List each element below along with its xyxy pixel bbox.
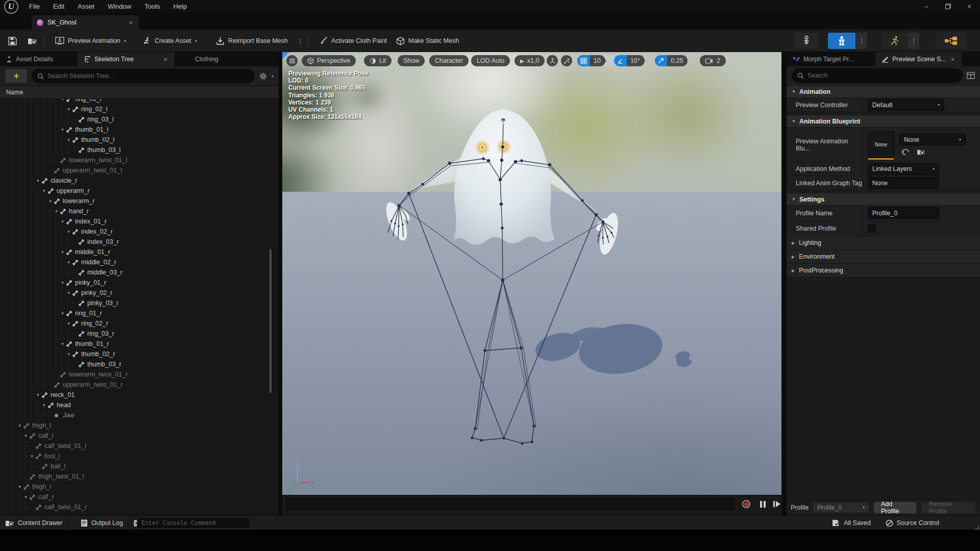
- profile-select-dropdown[interactable]: Profile_0 ▾: [813, 502, 869, 513]
- expander-icon[interactable]: ▼: [59, 219, 66, 224]
- tree-row-middle_02_r[interactable]: ▼middle_02_r: [0, 257, 279, 267]
- menu-item-edit[interactable]: Edit: [46, 1, 71, 12]
- chevron-down-icon[interactable]: ▾: [272, 74, 274, 79]
- camera-speed-button[interactable]: 2: [700, 55, 726, 66]
- mesh-mode-button[interactable]: [828, 33, 855, 49]
- application-method-dropdown[interactable]: Linked Layers ▾: [868, 163, 939, 175]
- anim-blueprint-dropdown[interactable]: None ▾: [899, 134, 966, 145]
- section-animation[interactable]: ▼ Animation: [787, 86, 980, 98]
- content-drawer-button[interactable]: Content Drawer: [0, 516, 68, 530]
- preview-viewport[interactable]: Z x y Perspective: [282, 52, 781, 515]
- menu-item-file[interactable]: File: [22, 1, 46, 12]
- tree-row-index_02_r[interactable]: ▼index_02_r: [0, 227, 279, 237]
- preview-animation-button[interactable]: Preview Animation ▾: [51, 33, 130, 48]
- expander-icon[interactable]: ▼: [65, 291, 72, 295]
- blueprint-mode-button[interactable]: [935, 33, 967, 49]
- reimport-options-button[interactable]: ⋮: [295, 33, 306, 48]
- animation-mode-options-button[interactable]: ⋮: [908, 33, 919, 49]
- tree-row-pinky_03_r[interactable]: pinky_03_r: [0, 298, 279, 308]
- tree-row-lowerarm_r[interactable]: ▼lowerarm_r: [0, 196, 279, 206]
- expander-icon[interactable]: ▼: [59, 250, 66, 255]
- tree-row-ball_l[interactable]: ball_l: [0, 461, 279, 471]
- expander-icon[interactable]: ▼: [41, 403, 47, 408]
- section-settings[interactable]: ▼ Settings: [787, 193, 980, 206]
- tree-row-ring_03_l[interactable]: ring_03_l: [0, 114, 279, 124]
- expander-icon[interactable]: ▼: [35, 179, 41, 183]
- expander-icon[interactable]: ▼: [16, 485, 23, 489]
- right-splitter[interactable]: [782, 52, 787, 515]
- tree-row-calf_twist_01_r[interactable]: calf_twist_01_r: [0, 502, 279, 512]
- expander-icon[interactable]: ▼: [29, 454, 35, 459]
- perspective-dropdown[interactable]: Perspective: [302, 55, 356, 66]
- tree-column-header[interactable]: Name: [0, 86, 279, 99]
- tree-row-lowerarm_twist_01_r[interactable]: lowerarm_twist_01_r: [0, 369, 279, 380]
- expander-icon[interactable]: ▼: [59, 311, 66, 316]
- left-splitter[interactable]: [279, 52, 282, 515]
- tab-asset-details[interactable]: Asset Details: [0, 52, 59, 66]
- viewport-menu-button[interactable]: [286, 55, 298, 66]
- menu-item-help[interactable]: Help: [166, 1, 193, 12]
- view-options-icon[interactable]: [967, 72, 975, 79]
- tree-row-Jaw[interactable]: Jaw: [0, 410, 279, 420]
- tree-row-thigh_twist_01_l[interactable]: thigh_twist_01_l: [0, 471, 279, 482]
- close-tab-icon[interactable]: ×: [950, 56, 956, 63]
- tree-row-thumb_03_l[interactable]: thumb_03_l: [0, 145, 279, 155]
- expander-icon[interactable]: ▼: [16, 423, 23, 428]
- tree-row-calf_l[interactable]: ▼calf_l: [0, 431, 279, 441]
- tree-row-foot_l[interactable]: ▼foot_l: [0, 451, 279, 461]
- profile-name-input[interactable]: [868, 207, 939, 219]
- section-postprocessing[interactable]: ▶ PostProcessing: [787, 264, 980, 278]
- character-dropdown[interactable]: Character: [429, 55, 469, 66]
- tree-row-ring_01_l[interactable]: ▼ring_01_l: [0, 99, 279, 104]
- show-dropdown[interactable]: Show: [398, 55, 425, 66]
- tree-row-middle_01_r[interactable]: ▼middle_01_r: [0, 247, 279, 257]
- animation-mode-button[interactable]: [882, 33, 908, 49]
- menu-item-tools[interactable]: Tools: [138, 1, 166, 12]
- preview-controller-dropdown[interactable]: Default ▾: [868, 99, 944, 111]
- coordinate-system-button[interactable]: [547, 55, 558, 66]
- tree-row-ring_03_r[interactable]: ring_03_r: [0, 329, 279, 339]
- lit-dropdown[interactable]: Lit: [364, 55, 391, 66]
- pause-button[interactable]: [757, 499, 768, 509]
- output-log-button[interactable]: Output Log: [76, 516, 129, 530]
- maximize-button[interactable]: [937, 0, 959, 12]
- close-tab-icon[interactable]: ×: [162, 56, 168, 63]
- mesh-mode-options-button[interactable]: ⋮: [856, 33, 867, 49]
- tree-row-ring_01_r[interactable]: ▼ring_01_r: [0, 308, 279, 318]
- tree-row-thumb_01_r[interactable]: ▼thumb_01_r: [0, 339, 279, 349]
- browse-to-asset-button[interactable]: [23, 33, 41, 48]
- linked-anim-graph-tag-input[interactable]: [868, 177, 939, 189]
- activate-cloth-paint-button[interactable]: Activate Cloth Paint: [315, 33, 391, 48]
- step-forward-button[interactable]: [771, 499, 781, 509]
- surface-snap-button[interactable]: [561, 55, 572, 66]
- expander-icon[interactable]: ▼: [59, 342, 66, 346]
- tree-row-ring_02_r[interactable]: ▼ring_02_r: [0, 318, 279, 329]
- tree-row-head[interactable]: ▼head: [0, 400, 279, 410]
- tree-row-hand_r[interactable]: ▼hand_r: [0, 206, 279, 216]
- tree-row-calf_r[interactable]: ▼calf_r: [0, 492, 279, 502]
- skeleton-search-input[interactable]: [47, 72, 249, 80]
- close-window-button[interactable]: ×: [959, 0, 980, 12]
- expander-icon[interactable]: ▼: [22, 434, 29, 438]
- expander-icon[interactable]: ▼: [65, 107, 72, 112]
- expander-icon[interactable]: ▼: [35, 393, 41, 397]
- expander-icon[interactable]: ▼: [22, 495, 29, 499]
- gear-icon[interactable]: [259, 72, 267, 81]
- tree-row-upperarm_twist_01_r[interactable]: upperarm_twist_01_r: [0, 380, 279, 390]
- tree-row-index_01_r[interactable]: ▼index_01_r: [0, 216, 279, 227]
- tree-row-neck_01[interactable]: ▼neck_01: [0, 390, 279, 400]
- all-saved-indicator[interactable]: All Saved: [827, 516, 876, 530]
- settings-search-input[interactable]: [807, 72, 957, 79]
- tree-row-middle_03_r[interactable]: middle_03_r: [0, 267, 279, 278]
- tree-row-pinky_02_r[interactable]: ▼pinky_02_r: [0, 288, 279, 298]
- reimport-base-mesh-button[interactable]: Reimport Base Mesh: [212, 33, 292, 48]
- menu-item-asset[interactable]: Asset: [71, 1, 101, 12]
- create-asset-button[interactable]: Create Asset ▾: [139, 33, 201, 48]
- browse-asset-icon[interactable]: [917, 148, 925, 156]
- make-static-mesh-button[interactable]: Make Static Mesh: [392, 33, 463, 48]
- expander-icon[interactable]: ▼: [59, 281, 66, 285]
- tree-row-thigh_r[interactable]: ▼thigh_r: [0, 482, 279, 492]
- source-control-button[interactable]: Source Control: [880, 516, 944, 530]
- expander-icon[interactable]: ▼: [65, 260, 72, 265]
- tree-row-index_03_r[interactable]: index_03_r: [0, 237, 279, 247]
